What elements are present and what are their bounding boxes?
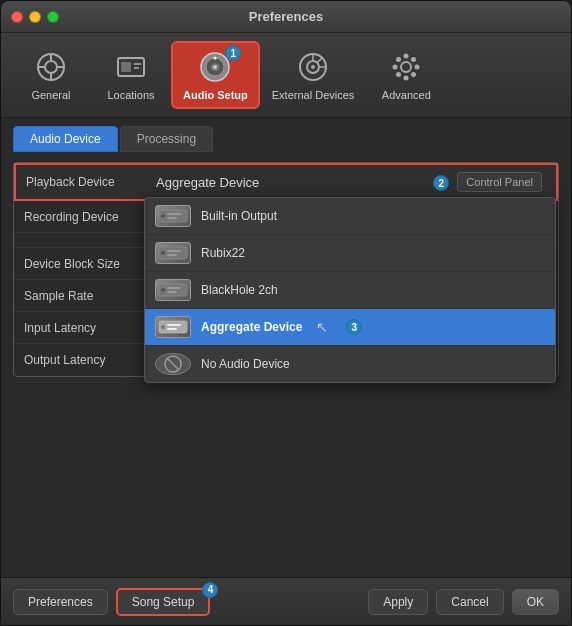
svg-point-24 (393, 65, 398, 70)
close-button[interactable] (11, 11, 23, 23)
no-audio-device-name: No Audio Device (201, 357, 290, 371)
svg-point-29 (396, 72, 401, 77)
toolbar-item-audio-setup[interactable]: 1 Audio Setup (171, 41, 260, 109)
blackhole-2ch-icon (155, 279, 191, 301)
svg-rect-33 (167, 217, 177, 219)
input-latency-label: Input Latency (24, 321, 154, 335)
sample-rate-label: Sample Rate (24, 289, 154, 303)
general-label: General (31, 89, 70, 101)
svg-point-39 (161, 288, 165, 292)
rubix22-name: Rubix22 (201, 246, 245, 260)
playback-device-value: Aggregate Device (156, 175, 433, 190)
svg-rect-45 (167, 328, 177, 330)
svg-point-21 (401, 62, 411, 72)
svg-point-28 (411, 57, 416, 62)
svg-point-13 (213, 65, 217, 69)
no-audio-device-icon (155, 353, 191, 375)
main-content: Audio Device Processing Playback Device … (1, 118, 571, 577)
audio-setup-badge: 1 (225, 45, 241, 61)
window-title: Preferences (249, 9, 323, 24)
preferences-button[interactable]: Preferences (13, 589, 108, 615)
dropdown-item-aggregate-device[interactable]: Aggregate Device ↖ 3 (145, 309, 555, 346)
toolbar: General Locations (1, 33, 571, 118)
general-icon (33, 49, 69, 85)
external-devices-label: External Devices (272, 89, 355, 101)
svg-point-14 (214, 57, 217, 60)
external-devices-icon (295, 49, 331, 85)
device-selector: Aggregate Device 2 Control Panel (156, 172, 546, 192)
svg-point-25 (415, 65, 420, 70)
cursor: ↖ (316, 319, 328, 335)
dropdown-item-built-in-output[interactable]: Built-in Output (145, 198, 555, 235)
advanced-icon (388, 49, 424, 85)
song-setup-button[interactable]: Song Setup (116, 588, 211, 616)
title-bar: Preferences (1, 1, 571, 33)
svg-point-27 (411, 72, 416, 77)
svg-point-43 (161, 325, 165, 329)
svg-point-23 (404, 76, 409, 81)
minimize-button[interactable] (29, 11, 41, 23)
tab-audio-device[interactable]: Audio Device (13, 126, 118, 152)
tab-processing[interactable]: Processing (120, 126, 213, 152)
svg-line-47 (167, 358, 179, 370)
song-setup-badge: 4 (202, 582, 218, 598)
toolbar-item-general[interactable]: General (11, 41, 91, 109)
blackhole-2ch-name: BlackHole 2ch (201, 283, 278, 297)
svg-point-17 (311, 65, 315, 69)
settings-section: Playback Device Aggregate Device 2 Contr… (13, 162, 559, 377)
toolbar-item-external-devices[interactable]: External Devices (260, 41, 367, 109)
svg-rect-36 (167, 250, 181, 252)
device-block-size-label: Device Block Size (24, 257, 154, 271)
toolbar-item-locations[interactable]: Locations (91, 41, 171, 109)
bottom-bar: Preferences Song Setup 4 Apply Cancel OK (1, 577, 571, 625)
svg-point-31 (161, 214, 165, 218)
audio-setup-icon: 1 (197, 49, 233, 85)
locations-label: Locations (107, 89, 154, 101)
maximize-button[interactable] (47, 11, 59, 23)
playback-device-label: Playback Device (26, 175, 156, 189)
cancel-button[interactable]: Cancel (436, 589, 503, 615)
built-in-output-icon (155, 205, 191, 227)
svg-point-1 (45, 61, 57, 73)
playback-device-dropdown[interactable]: Built-in Output (144, 197, 556, 383)
audio-setup-label: Audio Setup (183, 89, 248, 101)
svg-point-35 (161, 251, 165, 255)
aggregate-device-icon (155, 316, 191, 338)
content-area: Playback Device Aggregate Device 2 Contr… (1, 152, 571, 577)
dropdown-item-no-audio-device[interactable]: No Audio Device (145, 346, 555, 382)
toolbar-item-advanced[interactable]: Advanced (366, 41, 446, 109)
aggregate-device-badge: 3 (346, 319, 362, 335)
apply-button[interactable]: Apply (368, 589, 428, 615)
recording-device-label: Recording Device (24, 210, 154, 224)
svg-rect-41 (167, 291, 177, 293)
preferences-window: Preferences General (0, 0, 572, 626)
aggregate-device-name: Aggregate Device (201, 320, 302, 334)
control-panel-button[interactable]: Control Panel (457, 172, 542, 192)
svg-rect-44 (167, 324, 181, 326)
song-setup-wrapper: Song Setup 4 (116, 588, 211, 616)
svg-rect-32 (167, 213, 181, 215)
playback-device-badge: 2 (433, 175, 449, 191)
svg-point-22 (404, 54, 409, 59)
svg-point-26 (396, 57, 401, 62)
svg-line-19 (317, 58, 322, 63)
svg-rect-37 (167, 254, 177, 256)
locations-icon (113, 49, 149, 85)
dropdown-item-rubix22[interactable]: Rubix22 (145, 235, 555, 272)
window-controls (11, 11, 59, 23)
advanced-label: Advanced (382, 89, 431, 101)
ok-button[interactable]: OK (512, 589, 559, 615)
playback-device-row: Playback Device Aggregate Device 2 Contr… (14, 163, 558, 201)
rubix22-icon (155, 242, 191, 264)
dropdown-item-blackhole-2ch[interactable]: BlackHole 2ch (145, 272, 555, 309)
output-latency-label: Output Latency (24, 353, 154, 367)
built-in-output-name: Built-in Output (201, 209, 277, 223)
svg-rect-40 (167, 287, 181, 289)
tabs-row: Audio Device Processing (1, 118, 571, 152)
svg-rect-7 (121, 62, 131, 72)
